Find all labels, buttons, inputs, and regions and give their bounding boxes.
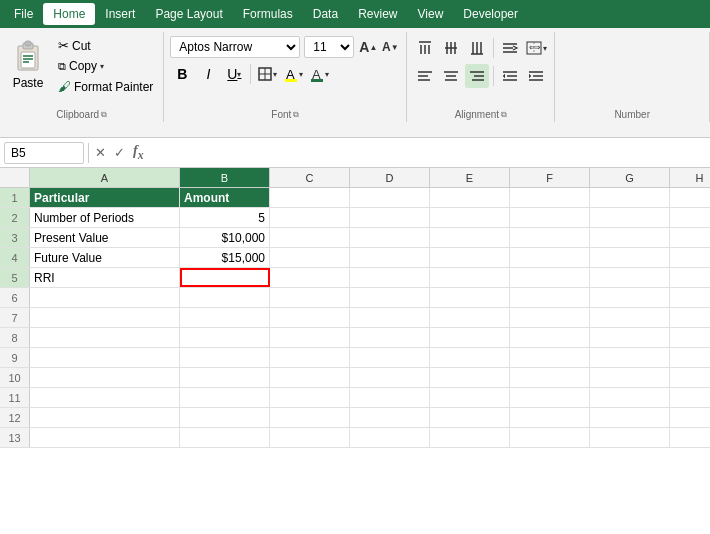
cell-f11[interactable] xyxy=(510,388,590,407)
row-num-8[interactable]: 8 xyxy=(0,328,30,347)
cell-e8[interactable] xyxy=(430,328,510,347)
confirm-formula-icon[interactable]: ✓ xyxy=(112,143,127,162)
cell-c4[interactable] xyxy=(270,248,350,267)
merge-cells-button[interactable]: ⟺ ▾ xyxy=(524,36,548,60)
cell-c12[interactable] xyxy=(270,408,350,427)
cell-h12[interactable] xyxy=(670,408,710,427)
cell-d4[interactable] xyxy=(350,248,430,267)
increase-font-size-button[interactable]: A▲ xyxy=(358,37,378,57)
row-num-13[interactable]: 13 xyxy=(0,428,30,447)
cell-c5[interactable] xyxy=(270,268,350,287)
cell-c13[interactable] xyxy=(270,428,350,447)
borders-dropdown[interactable]: ▾ xyxy=(273,70,277,79)
cell-e9[interactable] xyxy=(430,348,510,367)
row-num-4[interactable]: 4 xyxy=(0,248,30,267)
menu-insert[interactable]: Insert xyxy=(95,3,145,25)
cell-f3[interactable] xyxy=(510,228,590,247)
cell-c10[interactable] xyxy=(270,368,350,387)
menu-home[interactable]: Home xyxy=(43,3,95,25)
cut-button[interactable]: ✂ Cut xyxy=(54,36,157,55)
cell-g5[interactable] xyxy=(590,268,670,287)
cell-f1[interactable] xyxy=(510,188,590,207)
font-color-button[interactable]: A ▾ xyxy=(307,62,331,86)
cell-d12[interactable] xyxy=(350,408,430,427)
font-size-select[interactable]: 11 xyxy=(304,36,354,58)
cell-c7[interactable] xyxy=(270,308,350,327)
cell-e2[interactable] xyxy=(430,208,510,227)
cell-c2[interactable] xyxy=(270,208,350,227)
cell-f10[interactable] xyxy=(510,368,590,387)
cell-f7[interactable] xyxy=(510,308,590,327)
cell-b5[interactable] xyxy=(180,268,270,287)
underline-button[interactable]: U ▾ xyxy=(222,62,246,86)
cell-f2[interactable] xyxy=(510,208,590,227)
cell-f4[interactable] xyxy=(510,248,590,267)
cell-b7[interactable] xyxy=(180,308,270,327)
row-num-1[interactable]: 1 xyxy=(0,188,30,207)
copy-button[interactable]: ⧉ Copy ▾ xyxy=(54,57,157,75)
borders-button[interactable]: ▾ xyxy=(255,62,279,86)
cell-f6[interactable] xyxy=(510,288,590,307)
cell-e6[interactable] xyxy=(430,288,510,307)
cell-h13[interactable] xyxy=(670,428,710,447)
menu-data[interactable]: Data xyxy=(303,3,348,25)
increase-indent-button[interactable] xyxy=(524,64,548,88)
row-num-2[interactable]: 2 xyxy=(0,208,30,227)
cell-c1[interactable] xyxy=(270,188,350,207)
cell-d8[interactable] xyxy=(350,328,430,347)
alignment-expand-icon[interactable]: ⧉ xyxy=(501,110,507,120)
cell-d1[interactable] xyxy=(350,188,430,207)
cell-h8[interactable] xyxy=(670,328,710,347)
col-header-a[interactable]: A xyxy=(30,168,180,187)
cell-g1[interactable] xyxy=(590,188,670,207)
cell-b6[interactable] xyxy=(180,288,270,307)
cell-b12[interactable] xyxy=(180,408,270,427)
menu-file[interactable]: File xyxy=(4,3,43,25)
bold-button[interactable]: B xyxy=(170,62,194,86)
cell-d3[interactable] xyxy=(350,228,430,247)
formula-input[interactable] xyxy=(150,144,707,162)
cell-h3[interactable] xyxy=(670,228,710,247)
font-color-dropdown[interactable]: ▾ xyxy=(325,70,329,79)
cell-d2[interactable] xyxy=(350,208,430,227)
copy-dropdown-arrow[interactable]: ▾ xyxy=(100,62,104,71)
align-top-button[interactable] xyxy=(413,36,437,60)
cell-a12[interactable] xyxy=(30,408,180,427)
cell-g4[interactable] xyxy=(590,248,670,267)
col-header-b[interactable]: B xyxy=(180,168,270,187)
cell-b2[interactable]: 5 xyxy=(180,208,270,227)
row-num-3[interactable]: 3 xyxy=(0,228,30,247)
cell-a1[interactable]: Particular xyxy=(30,188,180,207)
cell-a13[interactable] xyxy=(30,428,180,447)
cell-a11[interactable] xyxy=(30,388,180,407)
cell-e5[interactable] xyxy=(430,268,510,287)
fill-color-button[interactable]: A ▾ xyxy=(281,62,305,86)
cell-f12[interactable] xyxy=(510,408,590,427)
cell-h2[interactable] xyxy=(670,208,710,227)
col-header-g[interactable]: G xyxy=(590,168,670,187)
cell-a4[interactable]: Future Value xyxy=(30,248,180,267)
cell-e12[interactable] xyxy=(430,408,510,427)
cell-d11[interactable] xyxy=(350,388,430,407)
cell-d10[interactable] xyxy=(350,368,430,387)
menu-developer[interactable]: Developer xyxy=(453,3,528,25)
row-num-10[interactable]: 10 xyxy=(0,368,30,387)
cell-b13[interactable] xyxy=(180,428,270,447)
cell-h4[interactable] xyxy=(670,248,710,267)
cell-d7[interactable] xyxy=(350,308,430,327)
align-middle-button[interactable] xyxy=(439,36,463,60)
cell-reference-box[interactable]: B5 xyxy=(4,142,84,164)
cell-d9[interactable] xyxy=(350,348,430,367)
row-num-12[interactable]: 12 xyxy=(0,408,30,427)
cell-a8[interactable] xyxy=(30,328,180,347)
cell-f9[interactable] xyxy=(510,348,590,367)
cell-d6[interactable] xyxy=(350,288,430,307)
cell-b8[interactable] xyxy=(180,328,270,347)
italic-button[interactable]: I xyxy=(196,62,220,86)
cell-e10[interactable] xyxy=(430,368,510,387)
col-header-e[interactable]: E xyxy=(430,168,510,187)
cell-b3[interactable]: $10,000 xyxy=(180,228,270,247)
menu-review[interactable]: Review xyxy=(348,3,407,25)
col-header-d[interactable]: D xyxy=(350,168,430,187)
cell-c6[interactable] xyxy=(270,288,350,307)
